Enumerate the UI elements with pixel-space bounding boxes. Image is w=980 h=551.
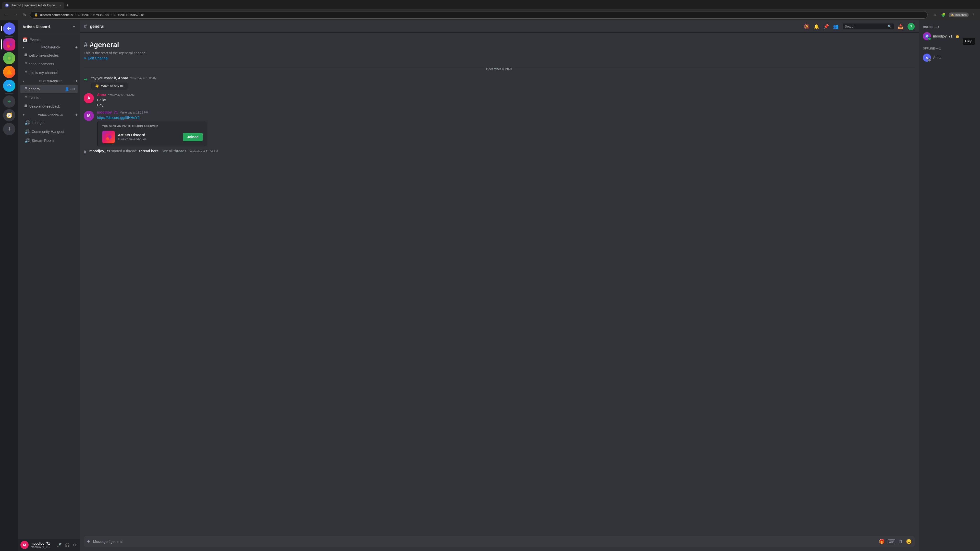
category-header-information[interactable]: ▼ INFORMATION +: [18, 44, 80, 51]
category-add-text[interactable]: +: [75, 79, 78, 83]
anna-member-name: Anna: [933, 56, 942, 60]
server4-icon[interactable]: [3, 79, 15, 92]
deafen-button[interactable]: 🎧: [64, 541, 71, 548]
channel-general[interactable]: # general 👤+ ⚙: [21, 85, 78, 93]
incognito-badge: 🕵 Incognito: [948, 13, 969, 17]
mute-button[interactable]: 🎤: [56, 541, 63, 548]
channel-this-is-my-channel[interactable]: # this-is-my-channel: [21, 68, 78, 77]
category-header-text[interactable]: ▼ TEXT CHANNELS +: [18, 78, 80, 84]
member-moodjoy[interactable]: M moodjoy_71 👑: [921, 30, 978, 42]
message-input-wrapper: + 🎁 GIF 🗒 😊: [84, 536, 915, 547]
members-icon[interactable]: 👥: [833, 24, 838, 29]
channel-ideas-and-feedback[interactable]: # ideas-and-feedback: [21, 102, 78, 110]
events-item[interactable]: 📅 Events: [18, 35, 80, 44]
svg-text:M: M: [926, 35, 928, 38]
download-button[interactable]: ⬇: [3, 123, 15, 135]
address-bar[interactable]: 🔒 discord.com/channels/11823620100679352…: [30, 11, 928, 19]
user-avatar: M: [21, 541, 29, 549]
new-tab-button[interactable]: +: [64, 2, 71, 9]
category-add-information[interactable]: +: [75, 45, 78, 50]
user-display-name: moodjoy_71: [30, 541, 54, 545]
hash-icon: #: [24, 86, 27, 92]
browser-actions: ☆ 🧩 🕵 Incognito ⋮: [932, 12, 977, 18]
pin-icon[interactable]: 📌: [823, 24, 829, 29]
search-bar[interactable]: Search 🔍: [843, 24, 894, 29]
inbox-icon[interactable]: 📥: [898, 24, 904, 29]
join-button[interactable]: Joined: [183, 133, 203, 141]
moodjoy-avatar[interactable]: M: [84, 111, 94, 121]
bookmark-button[interactable]: ☆: [932, 12, 938, 18]
anna-text-1: Hello!: [97, 98, 915, 103]
voice-channel-stream-room[interactable]: 🔊 Stream Room: [21, 136, 78, 145]
attach-button[interactable]: +: [87, 538, 90, 545]
tab-close-btn[interactable]: ×: [59, 3, 61, 7]
moodjoy-member-avatar: M: [923, 32, 931, 40]
sticker-icon[interactable]: 🗒: [898, 539, 903, 545]
anna-avatar[interactable]: A: [84, 93, 94, 103]
browser-menu-button[interactable]: ⋮: [970, 12, 977, 18]
home-button[interactable]: [3, 22, 15, 35]
bell-icon[interactable]: 🔔: [814, 24, 819, 29]
message-input[interactable]: [93, 540, 876, 544]
channel-start: # #general This is the start of the #gen…: [80, 37, 919, 63]
category-chevron-text: ▼: [22, 80, 25, 83]
server-header[interactable]: Artists Discord ▼: [18, 21, 80, 33]
channel-name-ideas: ideas-and-feedback: [29, 104, 60, 108]
explore-servers-button[interactable]: 🧭: [3, 109, 15, 121]
anna-timestamp: Yesterday at 1:13 AM: [108, 94, 135, 97]
extension-button[interactable]: 🧩: [940, 12, 947, 18]
category-information: ▼ INFORMATION + # welcome-and-rules # an…: [18, 44, 80, 77]
user-settings-button[interactable]: ⚙: [72, 541, 78, 548]
back-button[interactable]: ←: [3, 11, 10, 18]
server1-wrapper: [3, 38, 15, 51]
invite-server-icon: [102, 130, 115, 143]
emoji-icon[interactable]: 😊: [906, 539, 912, 545]
gift-icon[interactable]: 🎁: [879, 539, 885, 545]
member-anna[interactable]: A Anna: [921, 52, 978, 63]
channel-welcome-and-rules[interactable]: # welcome-and-rules: [21, 51, 78, 59]
voice-channel-name-community: Community Hangout: [32, 130, 64, 134]
edit-channel-button[interactable]: ✏ Edit Channel: [84, 55, 915, 61]
thread-middle-text: . See all: [159, 149, 173, 153]
user-panel: M moodjoy_71 moodjoy71_0... 🎤 🎧 ⚙: [18, 539, 80, 551]
thread-author: moodjoy_71: [89, 149, 110, 153]
moodjoy-message-content: moodjoy_71 Yesterday at 11:28 PM https:/…: [97, 110, 915, 146]
help-icon[interactable]: ?: [907, 23, 915, 30]
search-icon: 🔍: [888, 24, 892, 28]
invite-server-icon-inner: [102, 130, 115, 143]
hash-icon: #: [24, 103, 27, 109]
join-message: ➡ Yay you made it, Anna! Yesterday at 1:…: [80, 75, 919, 91]
wave-button[interactable]: 👋 Wave to say hi!: [91, 82, 128, 90]
channel-hash-icon: #: [84, 23, 87, 30]
threads-link[interactable]: threads: [173, 149, 186, 153]
anna-author: Anna: [97, 93, 106, 97]
refresh-button[interactable]: ↻: [21, 11, 28, 18]
date-divider: December 8, 2023: [80, 63, 919, 75]
category-header-voice[interactable]: ▼ VOICE CHANNELS +: [18, 111, 80, 118]
channel-name-announcements: announcements: [29, 62, 54, 66]
voice-channel-community-hangout[interactable]: 🔊 Community Hangout: [21, 127, 78, 136]
channel-general-actions: 👤+ ⚙: [65, 87, 76, 91]
discord-invite-link[interactable]: https://discord.gg/fffHHeY2: [97, 116, 140, 120]
events-label: Events: [30, 38, 41, 42]
add-member-icon[interactable]: 👤+: [65, 87, 71, 91]
settings-icon[interactable]: ⚙: [72, 87, 76, 91]
add-server-button[interactable]: +: [3, 95, 15, 108]
artists-discord-server-icon[interactable]: [3, 38, 15, 51]
server3-icon[interactable]: [3, 66, 15, 78]
bell-muted-icon[interactable]: 🔕: [804, 24, 810, 29]
tab-title: Discord | #general | Artists Disco...: [11, 3, 57, 7]
category-add-voice[interactable]: +: [75, 113, 78, 117]
thread-name[interactable]: Thread here: [138, 149, 159, 153]
channel-announcements[interactable]: # announcements: [21, 60, 78, 68]
messages-container: # #general This is the start of the #gen…: [80, 33, 919, 536]
forward-button[interactable]: →: [12, 11, 19, 18]
active-tab[interactable]: Discord | #general | Artists Disco... ×: [2, 2, 64, 9]
voice-channel-lounge[interactable]: 🔊 Lounge: [21, 118, 78, 127]
gif-icon[interactable]: GIF: [888, 539, 895, 544]
join-message-content: Yay you made it, Anna! Yesterday at 1:12…: [91, 76, 156, 90]
crown-icon: 👑: [956, 35, 959, 38]
invite-label: YOU SENT AN INVITE TO JOIN A SERVER: [102, 124, 203, 127]
server2-icon[interactable]: [3, 52, 15, 64]
channel-events[interactable]: # events: [21, 94, 78, 102]
